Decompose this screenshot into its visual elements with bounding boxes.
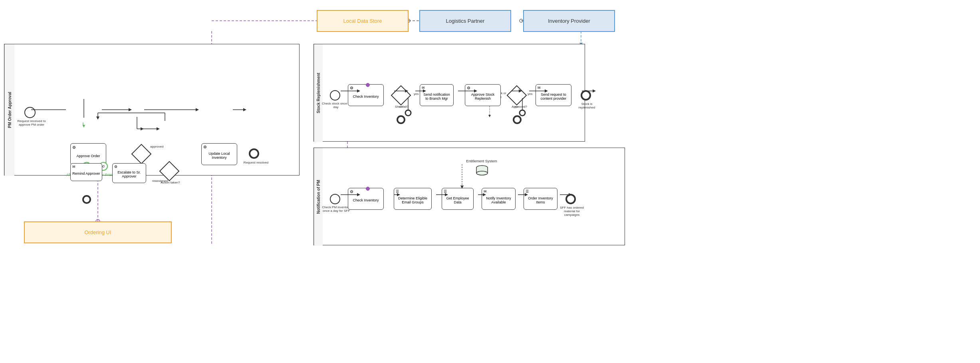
entitlement-label: Entitlement System: [466, 159, 498, 164]
get-employee-label: Get Employee Data: [444, 196, 472, 204]
bpmn-canvas: Local Data Store Logistics Partner Inven…: [0, 0, 980, 363]
get-employee-task[interactable]: ☰ Get Employee Data: [442, 188, 474, 210]
escalate-task[interactable]: ⚙ Escalate to Sr. Approver: [112, 163, 146, 183]
pm-end-event: [249, 148, 259, 159]
inventory-provider-label: Inventory Provider: [548, 18, 590, 24]
purple-boundary-2: [366, 187, 370, 191]
pm-order-pool: PM Order Approval Request received to ap…: [4, 44, 300, 176]
request-resolved-label: Request resolved: [242, 161, 270, 164]
stock-pool: Stock Replenishment done as user task or…: [313, 44, 585, 142]
gateway-2: [159, 161, 180, 182]
logistics-partner-label: Logistics Partner: [446, 18, 485, 24]
ordering-ui-participant: Ordering UI: [24, 221, 172, 243]
send-notification-task[interactable]: ✉ Send notification to Branch Mgr: [420, 84, 454, 106]
approve-order-task[interactable]: ⚙ Approve Order: [70, 143, 106, 165]
pm-start-event: [24, 107, 36, 118]
stock-end-event: [581, 90, 591, 101]
svg-point-71: [476, 171, 488, 175]
sff-ordered-label: SFF has ordered material for campaigns: [557, 206, 586, 217]
send-notification-label: Send notification to Branch Mgr: [422, 93, 452, 101]
approved-yes-label: yes: [528, 92, 532, 96]
shortfall-gateway: [391, 85, 411, 106]
update-local-task[interactable]: ⚙ Update Local Inventory: [201, 143, 237, 165]
svg-marker-66: [488, 115, 491, 117]
notify-inventory-task[interactable]: ✉ Notify Inventory Available: [482, 188, 516, 210]
check-inventory-notification-label: Check Inventory: [353, 198, 379, 202]
approved-no-end: [513, 115, 522, 124]
purple-boundary: [366, 83, 370, 87]
pm-order-lane-label: PM Order Approval: [4, 44, 14, 176]
check-inventory-stock-label: Check Inventory: [353, 95, 379, 99]
approved-gateway: [507, 85, 527, 106]
approve-stock-label: Approve Stock Replenish: [467, 93, 499, 101]
send-request-label: Send request to content provider: [538, 93, 569, 101]
stock-start-event: [330, 90, 340, 101]
determine-email-label: Determine Eligible Email Groups: [396, 196, 430, 204]
notification-end-event: [565, 194, 576, 204]
logistics-partner-participant: Logistics Partner: [419, 10, 511, 32]
svg-point-5: [520, 19, 523, 22]
gateway-1: [131, 144, 152, 164]
notification-pool: Notification of PM Entitlement System Ch…: [313, 148, 625, 245]
stock-replenished-label: Stock is replenished: [574, 102, 600, 109]
pm-end-event-2: [82, 195, 91, 204]
approved-q-label: Approved?: [508, 105, 530, 109]
order-inventory-task[interactable]: ☰ Order Inventory Items: [524, 188, 557, 210]
shortfall-no: no: [399, 105, 403, 109]
update-local-label: Update Local Inventory: [203, 152, 235, 160]
local-data-store-participant: Local Data Store: [317, 10, 409, 32]
notification-start-event: [330, 194, 340, 204]
check-stock-label: Check stock once a day: [322, 102, 350, 109]
reassigned-label: reassigned: [152, 179, 168, 183]
remind-approver-task[interactable]: ✉ Remind Approver: [70, 163, 102, 181]
check-pm-label: Check PM inventory once a day for SFF: [322, 205, 351, 213]
approved-path-label: approved: [150, 145, 163, 149]
notify-inventory-label: Notify Inventory Available: [484, 196, 514, 204]
order-inventory-label: Order Inventory Items: [526, 196, 555, 204]
escalate-label: Escalate to Sr. Approver: [114, 170, 144, 178]
approve-order-label: Approve Order: [76, 154, 100, 158]
approved-no-label: no: [515, 105, 518, 109]
inventory-provider-participant: Inventory Provider: [523, 10, 615, 32]
shortfall-yes: yes: [414, 92, 419, 96]
remind-approver-label: Remind Approver: [72, 172, 100, 176]
entitlement-icon: [475, 165, 489, 176]
svg-marker-110: [593, 89, 596, 93]
check-inventory-stock-task[interactable]: ⚙ Check Inventory: [348, 84, 384, 106]
notification-lane-label: Notification of PM: [314, 148, 323, 246]
approve-stock-task[interactable]: ⚙ Approve Stock Replenish: [465, 84, 501, 106]
determine-email-task[interactable]: ☰ Determine Eligible Email Groups: [394, 188, 432, 210]
shortfall-no-end: [397, 115, 405, 124]
local-data-store-label: Local Data Store: [343, 18, 382, 24]
check-inventory-notification-task[interactable]: ⚙ Check Inventory: [348, 188, 384, 210]
pm-start-label: Request received to approve PM order: [16, 119, 48, 126]
send-request-task[interactable]: ✉ Send request to content provider: [536, 84, 571, 106]
stock-lane-label: Stock Replenishment: [314, 44, 323, 142]
ordering-ui-label: Ordering UI: [84, 229, 111, 235]
